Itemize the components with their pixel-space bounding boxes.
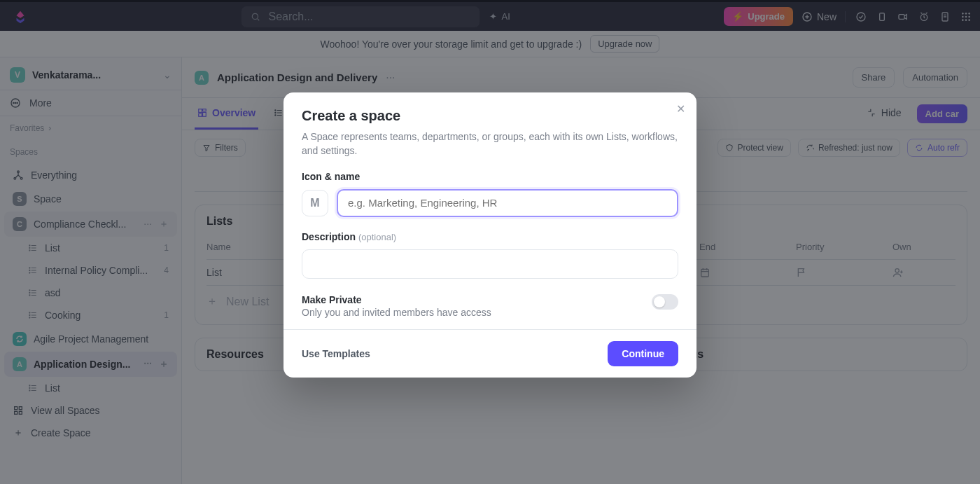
modal-subtitle: A Space represents teams, departments, o… [302, 130, 678, 158]
close-icon[interactable]: ✕ [676, 102, 685, 116]
space-name-input[interactable] [337, 189, 678, 217]
icon-name-label: Icon & name [302, 171, 678, 182]
continue-button[interactable]: Continue [608, 341, 678, 366]
space-icon-picker[interactable]: M [302, 190, 328, 216]
private-subtitle: Only you and invited members have access [302, 307, 491, 318]
private-title: Make Private [302, 294, 491, 305]
modal-title: Create a space [302, 108, 678, 124]
private-toggle[interactable] [652, 294, 678, 310]
create-space-modal: ✕ Create a space A Space represents team… [284, 92, 696, 378]
use-templates-link[interactable]: Use Templates [302, 348, 370, 359]
space-description-input[interactable] [302, 249, 678, 279]
description-label: Description (optional) [302, 231, 678, 242]
